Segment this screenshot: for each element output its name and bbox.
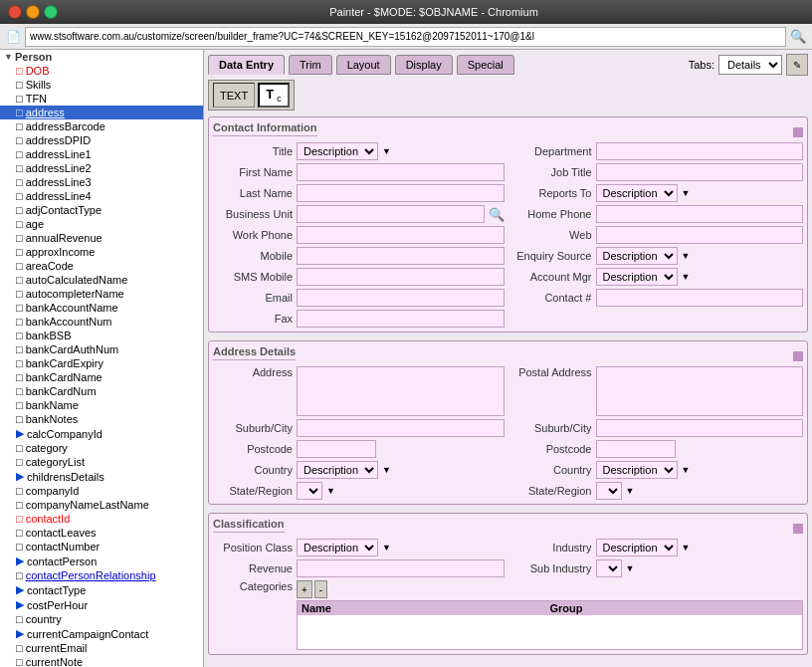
sidebar-item-areacode[interactable]: □ areaCode [0, 259, 203, 273]
icon-mode-button[interactable]: T c [258, 83, 290, 108]
sidebar-item-tfn[interactable]: □ TFN [0, 92, 203, 106]
sidebar-item-dob[interactable]: □ DOB [0, 64, 203, 78]
sidebar-item-bankcardexpiry[interactable]: □ bankCardExpiry [0, 356, 203, 370]
businessunit-input[interactable] [297, 205, 485, 223]
country-input[interactable]: Description [297, 461, 378, 479]
categories-add-button[interactable]: + [297, 580, 312, 598]
sidebar-item-address[interactable]: □ address [0, 106, 203, 119]
tab-special[interactable]: Special [457, 55, 514, 75]
fax-input[interactable] [297, 310, 505, 328]
sidebar-item-autocompletername[interactable]: □ autocompleterName [0, 287, 203, 301]
sidebar-item-banknotes[interactable]: □ bankNotes [0, 412, 203, 426]
email-input[interactable] [297, 289, 505, 307]
tab-data-entry[interactable]: Data Entry [208, 55, 285, 75]
sidebar-item-bankbsb[interactable]: □ bankBSB [0, 329, 203, 342]
sidebar-item-addressline1[interactable]: □ addressLine1 [0, 147, 203, 161]
postcode-input[interactable] [297, 440, 376, 458]
stateregion-input[interactable] [297, 482, 322, 500]
sidebar-item-contactperson[interactable]: ▶ contactPerson [0, 554, 203, 568]
sidebar-item-adjcontacttype[interactable]: □ adjContactType [0, 203, 203, 217]
address-input[interactable] [297, 366, 505, 416]
sidebar-item-currentemail[interactable]: □ currentEmail [0, 641, 203, 655]
categories-area[interactable]: Name Group [297, 600, 803, 650]
sidebar-item-contactleaves[interactable]: □ contactLeaves [0, 526, 203, 540]
lastname-input[interactable] [297, 184, 505, 202]
leaf-icon: □ [16, 343, 23, 355]
homephone-input[interactable] [596, 205, 804, 223]
tab-layout[interactable]: Layout [336, 55, 391, 75]
enquirysource-label: Enquiry Source [512, 250, 592, 262]
sidebar-item-bankaccountname[interactable]: □ bankAccountName [0, 301, 203, 315]
firstname-input[interactable] [297, 163, 505, 181]
sidebar-item-companyid[interactable]: □ companyId [0, 484, 203, 498]
leaf-icon: □ [16, 642, 23, 654]
sidebar-item-autocalculatedname[interactable]: □ autoCalculatedName [0, 273, 203, 287]
postcodepostal-input[interactable] [596, 440, 676, 458]
contacthash-input[interactable] [596, 289, 804, 307]
leaf-icon: □ [16, 541, 23, 553]
revenue-input[interactable] [297, 559, 505, 577]
close-button[interactable] [8, 5, 22, 19]
sidebar-item-costperhour[interactable]: ▶ costPerHour [0, 597, 203, 612]
sidebar-item-childrensdetails[interactable]: ▶ childrensDetails [0, 469, 203, 484]
industry-input[interactable]: Description [596, 539, 678, 556]
workphone-input[interactable] [297, 226, 505, 244]
sidebar-item-age[interactable]: □ age [0, 217, 203, 231]
minimize-button[interactable] [26, 5, 40, 19]
tabs-dropdown[interactable]: Details [718, 55, 782, 75]
sidebar-item-addressbarcode[interactable]: □ addressBarcode [0, 119, 203, 133]
sidebar-item-category[interactable]: □ category [0, 441, 203, 455]
postaladdress-input[interactable] [596, 366, 804, 416]
stateregionpostal-input[interactable] [596, 482, 622, 500]
sidebar-item-label: categoryList [26, 456, 85, 468]
sidebar-item-bankcardauthnum[interactable]: □ bankCardAuthNum [0, 342, 203, 356]
suburbcitypostal-input[interactable] [596, 419, 804, 437]
sidebar-item-approxincome[interactable]: □ approxIncome [0, 245, 203, 259]
sidebar-item-contactnumber[interactable]: □ contactNumber [0, 540, 203, 554]
text-mode-button[interactable]: TEXT [213, 83, 255, 108]
jobtitle-input[interactable] [596, 163, 804, 181]
sidebar-item-contactid[interactable]: □ contactId [0, 512, 203, 526]
sidebar-item-bankcardnum[interactable]: □ bankCardNum [0, 384, 203, 398]
mobile-input[interactable] [297, 247, 505, 265]
window-controls[interactable] [8, 5, 58, 19]
sidebar-item-bankaccountnum[interactable]: □ bankAccountNum [0, 315, 203, 329]
maximize-button[interactable] [44, 5, 58, 19]
sidebar-item-companynamelastname[interactable]: □ companyNameLastName [0, 498, 203, 512]
tabs-edit-button[interactable]: ✎ [786, 54, 808, 76]
businessunit-search-icon[interactable]: 🔍 [489, 207, 505, 222]
sidebar-item-annualrevenue[interactable]: □ annualRevenue [0, 231, 203, 245]
sidebar-item-contactpersonrelationship[interactable]: □ contactPersonRelationship [0, 568, 203, 582]
sidebar-item-categorylist[interactable]: □ categoryList [0, 455, 203, 469]
subindustry-input[interactable] [596, 559, 622, 577]
sidebar-item-calccompanyid[interactable]: ▶ calcCompanyId [0, 426, 203, 441]
sidebar-item-contacttype[interactable]: ▶ contactType [0, 582, 203, 597]
search-magnifier-icon[interactable]: 🔍 [790, 29, 806, 44]
title-input[interactable]: Description [297, 142, 378, 160]
arrow-icon: ▶ [16, 583, 24, 596]
sidebar-item-bankcardname[interactable]: □ bankCardName [0, 370, 203, 384]
department-input[interactable] [596, 142, 804, 160]
enquirysource-input[interactable]: Description [596, 247, 678, 265]
sidebar-item-addressline4[interactable]: □ addressLine4 [0, 189, 203, 203]
categories-remove-button[interactable]: - [314, 580, 327, 598]
sidebar-item-bankname[interactable]: □ bankName [0, 398, 203, 412]
smsmobile-input[interactable] [297, 268, 505, 286]
reportsto-input[interactable]: Description [596, 184, 678, 202]
positionclass-input[interactable]: Description [297, 539, 378, 556]
sidebar-item-addressline2[interactable]: □ addressLine2 [0, 161, 203, 175]
address-input[interactable] [25, 27, 786, 47]
countrypostal-input[interactable]: Description [596, 461, 678, 479]
tab-display[interactable]: Display [395, 55, 453, 75]
tab-trim[interactable]: Trim [289, 55, 332, 75]
accountmgr-input[interactable]: Description [596, 268, 678, 286]
sidebar-item-skills[interactable]: □ Skills [0, 78, 203, 92]
sidebar-root-person[interactable]: ▼ Person [0, 50, 203, 64]
sidebar-item-country[interactable]: □ country [0, 612, 203, 626]
sidebar-item-addressline3[interactable]: □ addressLine3 [0, 175, 203, 189]
web-input[interactable] [596, 226, 804, 244]
sidebar-item-currentcampaigncontact[interactable]: ▶ currentCampaignContact [0, 626, 203, 641]
sidebar-item-addressdpid[interactable]: □ addressDPID [0, 133, 203, 147]
suburbcity-input[interactable] [297, 419, 505, 437]
sidebar-item-currentnote[interactable]: □ currentNote [0, 655, 203, 667]
